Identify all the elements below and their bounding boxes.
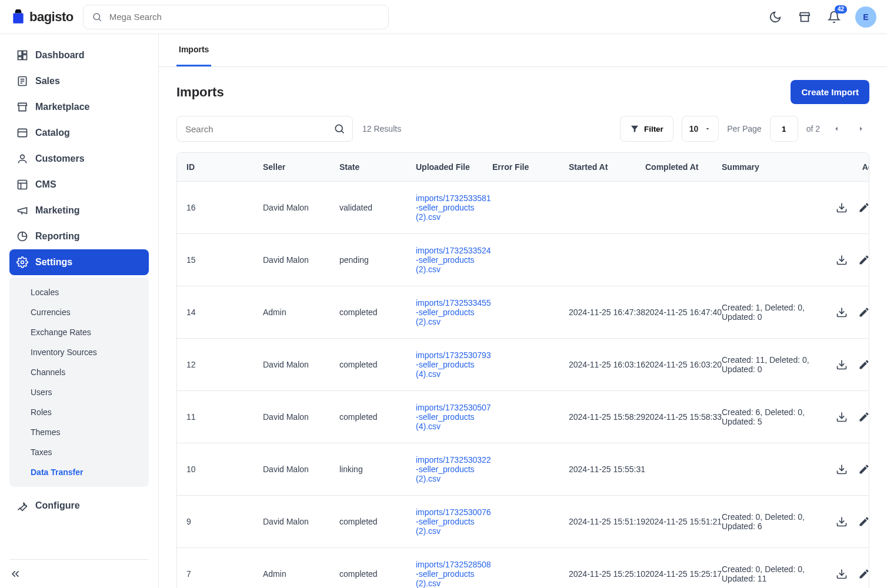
dark-mode-toggle[interactable] [767,9,783,25]
submenu-item-data-transfer[interactable]: Data Transfer [9,462,149,482]
th-error[interactable]: Error File [492,162,569,172]
th-completed[interactable]: Completed At [645,162,722,172]
customers-icon [16,153,28,165]
edit-icon[interactable] [858,306,869,318]
submenu-item-channels[interactable]: Channels [9,362,149,382]
th-file[interactable]: Uploaded File [416,162,492,172]
uploaded-file-link[interactable]: imports/1732530322-seller_products (2).c… [416,455,492,483]
uploaded-file-link[interactable]: imports/1732533455-seller_products (2).c… [416,298,492,326]
table-row: 7Admincompletedimports/1732528508-seller… [177,547,869,588]
th-id[interactable]: ID [186,162,263,172]
sidebar-item-label: Marketing [35,205,80,216]
svg-rect-4 [23,51,27,54]
submenu-item-locales[interactable]: Locales [9,282,149,302]
sidebar-item-marketing[interactable]: Marketing [9,198,149,223]
cell-state: pending [339,255,416,265]
cell-seller: Admin [263,308,339,317]
sidebar-item-configure[interactable]: Configure [9,493,149,519]
edit-icon[interactable] [858,568,869,580]
edit-icon[interactable] [858,516,869,527]
filter-button[interactable]: Filter [620,116,673,142]
edit-icon[interactable] [858,202,869,213]
page-input[interactable] [770,116,798,142]
sidebar-collapse[interactable] [9,559,149,580]
th-state[interactable]: State [339,162,416,172]
submenu-item-users[interactable]: Users [9,382,149,402]
download-icon[interactable] [836,411,848,423]
tab-imports[interactable]: Imports [176,34,211,66]
create-import-button[interactable]: Create Import [791,80,869,104]
submenu-item-roles[interactable]: Roles [9,402,149,422]
page-total: of 2 [806,124,820,133]
cell-summary: Created: 0, Deleted: 0, Updated: 6 [722,512,822,531]
next-page-button[interactable] [853,121,869,137]
svg-rect-3 [18,51,22,56]
sidebar: DashboardSalesMarketplaceCatalogCustomer… [0,34,159,588]
sidebar-item-label: Settings [35,257,72,268]
sidebar-item-cms[interactable]: CMS [9,172,149,198]
submenu-item-currencies[interactable]: Currencies [9,302,149,322]
th-seller[interactable]: Seller [263,162,339,172]
global-search-input[interactable] [108,11,380,22]
submenu-item-exchange-rates[interactable]: Exchange Rates [9,322,149,342]
avatar[interactable]: E [855,6,876,28]
download-icon[interactable] [836,516,848,527]
cell-summary: Created: 1, Deleted: 0, Updated: 0 [722,303,822,322]
th-actions: Actions [822,162,869,172]
sidebar-item-dashboard[interactable]: Dashboard [9,42,149,68]
row-actions [822,516,869,527]
per-page-select[interactable]: 10 [682,116,719,142]
edit-icon[interactable] [858,254,869,266]
edit-icon[interactable] [858,463,869,475]
th-started[interactable]: Started At [569,162,645,172]
uploaded-file-link[interactable]: imports/1732530793-seller_products (4).c… [416,350,492,379]
brand-logo[interactable]: bagisto [11,9,74,25]
reporting-icon [16,230,28,242]
topbar-actions: 42 E [767,6,876,28]
uploaded-file-link[interactable]: imports/1732530076-seller_products (2).c… [416,507,492,536]
uploaded-file-link[interactable]: imports/1732533581-seller_products (2).c… [416,193,492,222]
sidebar-item-label: Reporting [35,231,80,242]
th-summary[interactable]: Summary [722,162,822,172]
cell-summary: Created: 0, Deleted: 0, Updated: 11 [722,564,822,583]
cell-state: completed [339,360,416,369]
row-actions [822,202,869,213]
prev-page-button[interactable] [828,121,845,137]
download-icon[interactable] [836,568,848,580]
per-page-value: 10 [689,124,699,133]
logo-icon [11,9,26,25]
marketing-icon [16,205,28,216]
store-link[interactable] [796,9,813,25]
download-icon[interactable] [836,306,848,318]
uploaded-file-link[interactable]: imports/1732533524-seller_products (2).c… [416,246,492,274]
download-icon[interactable] [836,202,848,213]
sidebar-item-catalog[interactable]: Catalog [9,120,149,146]
sidebar-item-label: Customers [35,153,85,164]
settings-submenu: LocalesCurrenciesExchange RatesInventory… [9,278,149,487]
download-icon[interactable] [836,359,848,370]
sidebar-item-settings[interactable]: Settings [9,249,149,275]
uploaded-file-link[interactable]: imports/1732530507-seller_products (4).c… [416,403,492,431]
sidebar-item-label: Catalog [35,128,70,138]
notifications-button[interactable]: 42 [826,9,842,25]
cell-completed: 2024-11-25 16:47:40 [645,308,722,317]
chevron-down-icon [704,125,711,132]
uploaded-file-link[interactable]: imports/1732528508-seller_products (2).c… [416,560,492,588]
table-row: 14Admincompletedimports/1732533455-selle… [177,286,869,338]
cell-seller: Admin [263,569,339,579]
sidebar-item-sales[interactable]: Sales [9,68,149,94]
edit-icon[interactable] [858,359,869,370]
submenu-item-themes[interactable]: Themes [9,422,149,442]
submenu-item-inventory-sources[interactable]: Inventory Sources [9,342,149,362]
submenu-item-taxes[interactable]: Taxes [9,442,149,462]
table-search[interactable] [176,116,353,142]
download-icon[interactable] [836,254,848,266]
global-search[interactable] [83,5,389,29]
sidebar-item-reporting[interactable]: Reporting [9,223,149,249]
table-search-input[interactable] [184,123,334,135]
sidebar-item-marketplace[interactable]: Marketplace [9,94,149,120]
sidebar-item-customers[interactable]: Customers [9,146,149,172]
cell-id: 9 [186,517,263,526]
edit-icon[interactable] [858,411,869,423]
download-icon[interactable] [836,463,848,475]
